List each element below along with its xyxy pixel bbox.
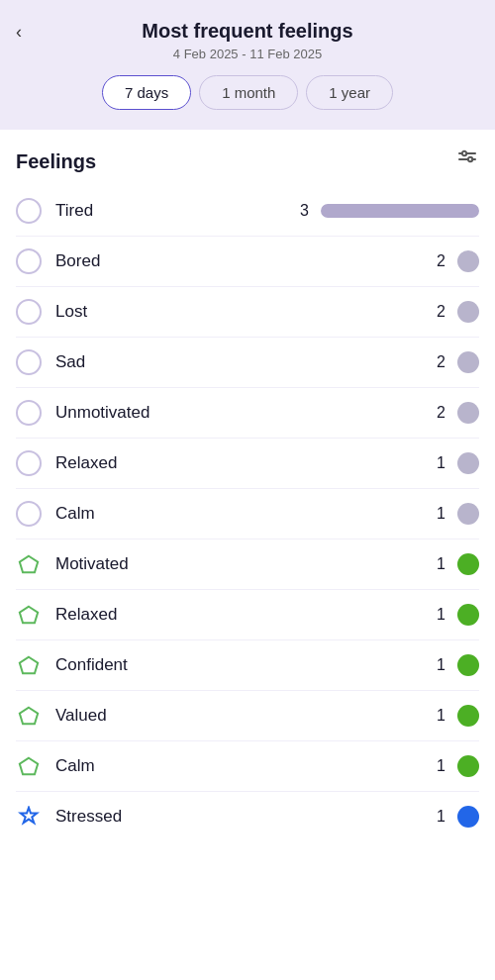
feeling-count: 1 <box>430 606 446 624</box>
feeling-name: Valued <box>55 706 430 726</box>
feeling-name: Stressed <box>55 807 430 827</box>
star-icon <box>16 804 42 830</box>
feeling-count: 1 <box>430 757 446 775</box>
list-item[interactable]: Motivated 1 <box>16 539 479 590</box>
radio-circle <box>16 450 42 476</box>
svg-marker-6 <box>20 657 38 674</box>
svg-marker-4 <box>20 556 38 573</box>
list-item[interactable]: Relaxed 1 <box>16 590 479 640</box>
feeling-count: 1 <box>430 656 446 674</box>
list-item[interactable]: Relaxed 1 <box>16 439 479 489</box>
tab-1year[interactable]: 1 year <box>306 75 393 110</box>
bar-container <box>321 204 479 218</box>
radio-circle <box>16 299 42 325</box>
page-title: Most frequent feelings <box>16 20 479 43</box>
list-item[interactable]: Calm 1 <box>16 489 479 539</box>
feeling-name: Tired <box>55 201 293 221</box>
feeling-count: 2 <box>430 353 446 371</box>
svg-marker-9 <box>21 808 38 823</box>
feeling-count: 2 <box>430 303 446 321</box>
feeling-count: 1 <box>430 808 446 826</box>
color-dot <box>457 755 479 777</box>
back-button[interactable]: ‹ <box>16 22 22 43</box>
feeling-name: Relaxed <box>55 453 430 473</box>
section-title: Feelings <box>16 150 96 173</box>
color-dot <box>457 806 479 828</box>
color-dot <box>457 553 479 575</box>
feeling-count: 1 <box>430 555 446 573</box>
pentagon-icon <box>16 703 42 729</box>
color-dot <box>457 604 479 626</box>
feeling-count: 2 <box>430 252 446 270</box>
svg-marker-8 <box>20 758 38 775</box>
radio-circle <box>16 198 42 224</box>
list-item[interactable]: Valued 1 <box>16 691 479 741</box>
color-dot <box>457 351 479 373</box>
svg-marker-5 <box>20 607 38 624</box>
feeling-name: Motivated <box>55 554 430 574</box>
radio-circle <box>16 248 42 274</box>
radio-circle <box>16 400 42 426</box>
list-item[interactable]: Lost 2 <box>16 287 479 338</box>
feeling-count: 2 <box>430 404 446 422</box>
filter-icon[interactable] <box>455 147 479 176</box>
feeling-name: Sad <box>55 352 430 372</box>
list-item[interactable]: Bored 2 <box>16 237 479 287</box>
list-item[interactable]: Confident 1 <box>16 640 479 691</box>
feeling-name: Confident <box>55 655 430 675</box>
main-content: Feelings Tired 3 Bored 2 Lost 2 <box>0 130 495 980</box>
tab-1month[interactable]: 1 month <box>199 75 298 110</box>
radio-circle <box>16 349 42 375</box>
tab-7days[interactable]: 7 days <box>102 75 191 110</box>
feelings-list: Tired 3 Bored 2 Lost 2 Sad 2 Unmotivated… <box>16 186 479 841</box>
date-range: 4 Feb 2025 - 11 Feb 2025 <box>16 47 479 61</box>
feeling-count: 1 <box>430 505 446 523</box>
list-item[interactable]: Unmotivated 2 <box>16 388 479 439</box>
feeling-count: 1 <box>430 454 446 472</box>
color-dot <box>457 654 479 676</box>
pentagon-icon <box>16 551 42 577</box>
feeling-count: 1 <box>430 707 446 725</box>
svg-point-3 <box>468 157 472 161</box>
feeling-name: Lost <box>55 302 430 322</box>
feeling-name: Relaxed <box>55 605 430 625</box>
svg-marker-7 <box>20 708 38 725</box>
feeling-name: Calm <box>55 756 430 776</box>
feeling-name: Bored <box>55 251 430 271</box>
radio-circle <box>16 501 42 527</box>
pentagon-icon <box>16 602 42 628</box>
section-header: Feelings <box>16 130 479 186</box>
list-item[interactable]: Calm 1 <box>16 741 479 792</box>
list-item[interactable]: Stressed 1 <box>16 792 479 841</box>
tab-bar: 7 days 1 month 1 year <box>16 75 479 114</box>
color-dot <box>457 705 479 727</box>
color-dot <box>457 301 479 323</box>
feeling-name: Unmotivated <box>55 403 430 423</box>
feeling-count: 3 <box>293 202 309 220</box>
color-dot <box>457 503 479 525</box>
header: ‹ Most frequent feelings 4 Feb 2025 - 11… <box>0 0 495 130</box>
pentagon-icon <box>16 753 42 779</box>
pentagon-icon <box>16 652 42 678</box>
color-dot <box>457 402 479 424</box>
color-dot <box>457 452 479 474</box>
feeling-name: Calm <box>55 504 430 524</box>
list-item[interactable]: Tired 3 <box>16 186 479 237</box>
svg-point-2 <box>462 151 466 155</box>
list-item[interactable]: Sad 2 <box>16 338 479 388</box>
color-dot <box>457 250 479 272</box>
